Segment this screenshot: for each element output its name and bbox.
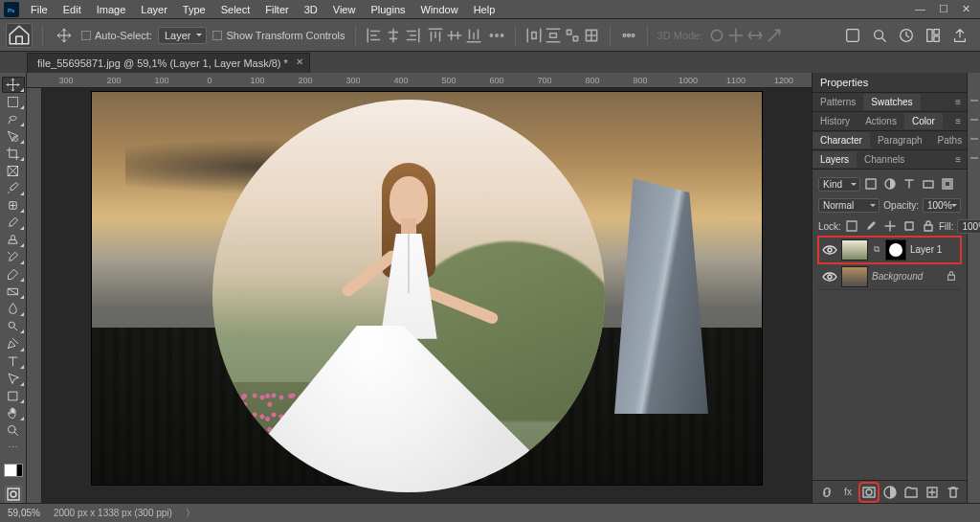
menu-layer[interactable]: Layer: [133, 2, 175, 17]
tab-layers[interactable]: Layers: [813, 151, 857, 168]
document-tab[interactable]: file_55695871.jpg @ 59,1% (Layer 1, Laye…: [27, 53, 310, 73]
lasso-tool[interactable]: [2, 111, 25, 127]
properties-panel-header[interactable]: Properties: [813, 73, 967, 93]
layer-name[interactable]: Layer 1: [910, 244, 957, 255]
menu-image[interactable]: Image: [89, 2, 134, 17]
3d-pan-icon[interactable]: [727, 27, 745, 44]
tab-paths[interactable]: Paths: [930, 132, 970, 148]
menu-edit[interactable]: Edit: [56, 2, 89, 17]
tab-character[interactable]: Character: [813, 132, 870, 148]
clone-stamp-tool[interactable]: [2, 232, 25, 248]
layer-row-background[interactable]: Background: [818, 263, 961, 290]
home-button[interactable]: [6, 23, 33, 48]
menu-view[interactable]: View: [325, 2, 364, 17]
filter-smart-icon[interactable]: [941, 177, 954, 191]
color-wells[interactable]: [2, 462, 25, 480]
tab-actions[interactable]: Actions: [858, 113, 904, 129]
eraser-tool[interactable]: [2, 266, 25, 283]
tab-history[interactable]: History: [813, 113, 858, 129]
align-top-icon[interactable]: [427, 27, 444, 44]
lock-transparent-icon[interactable]: [845, 219, 858, 233]
document-canvas[interactable]: [92, 92, 762, 485]
3d-slide-icon[interactable]: [746, 27, 764, 44]
group-layers-icon[interactable]: [903, 485, 919, 500]
crop-tool[interactable]: [2, 146, 25, 162]
move-tool[interactable]: [2, 77, 25, 93]
dist-4-icon[interactable]: [583, 27, 600, 44]
layer-name[interactable]: Background: [872, 271, 942, 282]
status-dimensions[interactable]: 2000 px x 1338 px (300 ppi): [54, 508, 172, 518]
cloud-docs-icon[interactable]: [844, 27, 861, 44]
panel-menu-icon[interactable]: ≡: [949, 154, 967, 165]
lock-paint-icon[interactable]: [864, 219, 878, 233]
adjustment-layer-icon[interactable]: [882, 485, 898, 500]
layer-thumbnail[interactable]: [841, 239, 868, 261]
menu-window[interactable]: Window: [413, 2, 466, 17]
status-zoom[interactable]: 59,05%: [8, 508, 40, 518]
window-minimize-icon[interactable]: —: [915, 3, 925, 15]
ruler-horizontal[interactable]: 3002001000100200300400500600700800900100…: [27, 73, 812, 88]
status-flyout-icon[interactable]: 〉: [186, 507, 195, 520]
tab-paragraph[interactable]: Paragraph: [870, 132, 930, 148]
align-bottom-icon[interactable]: [465, 27, 482, 44]
pen-tool[interactable]: [2, 335, 25, 352]
menu-file[interactable]: File: [23, 2, 56, 17]
mask-link-icon[interactable]: ⧉: [872, 244, 881, 255]
window-maximize-icon[interactable]: ☐: [939, 3, 948, 15]
layer-mask-thumbnail[interactable]: [885, 239, 906, 261]
edit-toolbar-icon[interactable]: ⋯: [5, 442, 22, 455]
menu-type[interactable]: Type: [175, 2, 213, 17]
layer-style-icon[interactable]: fx: [840, 485, 856, 500]
3d-scale-icon[interactable]: [766, 27, 783, 44]
lock-all-icon[interactable]: [922, 219, 935, 233]
menu-filter[interactable]: Filter: [257, 2, 296, 17]
link-layers-icon[interactable]: [819, 485, 835, 500]
tab-patterns[interactable]: Patterns: [813, 94, 863, 110]
visibility-toggle-icon[interactable]: [822, 269, 837, 284]
dist-h-icon[interactable]: [525, 27, 543, 44]
tab-color[interactable]: Color: [904, 113, 943, 129]
eyedropper-tool[interactable]: [2, 180, 25, 196]
canvas-viewport[interactable]: [42, 88, 812, 503]
layer-row-layer1[interactable]: ⧉ Layer 1: [818, 237, 961, 263]
add-mask-icon[interactable]: [861, 485, 877, 500]
align-left-icon[interactable]: [366, 27, 383, 44]
overflow-icon[interactable]: [620, 27, 637, 44]
menu-select[interactable]: Select: [213, 2, 258, 17]
lock-position-icon[interactable]: [883, 219, 897, 233]
quick-mask-toggle[interactable]: [5, 486, 22, 503]
filter-adjust-icon[interactable]: [883, 177, 897, 191]
history-brush-tool[interactable]: [2, 249, 25, 265]
filter-pixel-icon[interactable]: [864, 177, 878, 191]
share-icon[interactable]: [951, 27, 969, 44]
menu-3d[interactable]: 3D: [297, 2, 325, 17]
visibility-toggle-icon[interactable]: [822, 242, 837, 258]
auto-select-target-select[interactable]: Layer: [158, 27, 208, 44]
tab-swatches[interactable]: Swatches: [863, 94, 920, 110]
frame-tool[interactable]: [2, 163, 25, 179]
brush-tool[interactable]: [2, 215, 25, 231]
dist-v-icon[interactable]: [545, 27, 562, 44]
shape-tool[interactable]: [2, 388, 25, 404]
filter-shape-icon[interactable]: [922, 177, 935, 191]
type-tool[interactable]: [2, 353, 25, 370]
fill-input[interactable]: 100%: [957, 219, 980, 234]
delete-layer-icon[interactable]: [946, 485, 961, 500]
search-icon[interactable]: [871, 27, 888, 44]
layer-filter-kind[interactable]: Kind: [818, 177, 860, 192]
quick-select-tool[interactable]: [2, 128, 25, 145]
path-select-tool[interactable]: [2, 371, 25, 387]
3d-orbit-icon[interactable]: [708, 27, 725, 44]
filter-type-icon[interactable]: [902, 177, 916, 191]
panel-menu-icon[interactable]: ≡: [949, 97, 967, 107]
close-tab-icon[interactable]: ✕: [296, 57, 303, 67]
align-right-icon[interactable]: [404, 27, 421, 44]
blur-tool[interactable]: [2, 301, 25, 317]
foreground-color[interactable]: [4, 464, 17, 477]
lock-artboard-icon[interactable]: [902, 219, 916, 233]
dist-3-icon[interactable]: [564, 27, 581, 44]
dodge-tool[interactable]: [2, 318, 25, 334]
healing-brush-tool[interactable]: [2, 197, 25, 214]
hand-tool[interactable]: [2, 405, 25, 421]
window-close-icon[interactable]: ✕: [962, 3, 970, 15]
